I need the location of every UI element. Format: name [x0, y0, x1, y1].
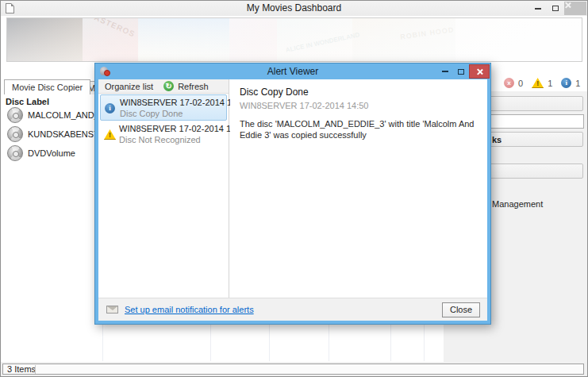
warning-count: 1 — [548, 79, 552, 88]
alert-list-toolbar: Organize list ↻ Refresh — [98, 79, 229, 94]
maximize-button[interactable] — [547, 2, 564, 15]
tasks-label-fragment: ks — [492, 135, 502, 144]
window-controls — [529, 1, 586, 16]
alert-source: WIN8SERVER 17-02-2014 14:50 — [119, 123, 224, 134]
dialog-titlebar: Alert Viewer — [95, 63, 490, 79]
dialog-maximize-button[interactable] — [453, 64, 469, 79]
email-notification-link[interactable]: Set up email notification for alerts — [125, 305, 254, 314]
disc-icon — [7, 145, 23, 161]
close-icon — [476, 68, 483, 75]
tab-movie-disc-copier[interactable]: Movie Disc Copier — [4, 79, 90, 94]
alert-detail-message: The disc 'MALCOLM_AND_EDDIE_3' with titl… — [240, 118, 478, 140]
dialog-footer: Set up email notification for alerts Clo… — [98, 298, 487, 321]
dialog-close-button[interactable] — [469, 64, 490, 79]
alert-detail-source: WIN8SERVER 17-02-2014 14:50 — [240, 101, 478, 110]
status-bar: 3 Items — [1, 362, 587, 376]
disc-icon — [7, 107, 23, 123]
item-count-text: 3 Items — [7, 364, 36, 374]
alert-count-indicators[interactable]: x 0 ! 1 i 1 — [504, 78, 585, 88]
error-icon: x — [504, 78, 514, 88]
alert-type: Disc Copy Done — [120, 108, 223, 119]
alert-list-pane: Organize list ↻ Refresh i WIN8SERVER 17-… — [98, 79, 229, 298]
minimize-icon — [535, 8, 541, 10]
disc-row[interactable]: DVDVolume — [7, 144, 75, 162]
alert-source: WIN8SERVER 17-02-2014 14:50 — [120, 97, 223, 108]
refresh-icon: ↻ — [163, 81, 174, 91]
dialog-title: Alert Viewer — [95, 63, 490, 79]
info-icon: i — [561, 78, 571, 88]
dialog-window-controls — [437, 64, 490, 79]
warning-icon: ! — [532, 78, 544, 88]
disc-label: DVDVolume — [28, 148, 75, 158]
warning-icon: ! — [104, 129, 116, 140]
close-button[interactable] — [564, 2, 586, 15]
info-count: 1 — [575, 79, 580, 88]
alert-viewer-dialog: Alert Viewer Organize list ↻ Refresh i W… — [94, 63, 491, 325]
movie-poster-banner: ASTEROS ALICE IN WONDERLAND ROBIN HOOD — [6, 17, 582, 62]
email-icon — [106, 306, 118, 314]
tab-label: Movie Disc Copier — [12, 83, 83, 92]
minimize-icon — [442, 71, 448, 72]
minimize-button[interactable] — [529, 2, 547, 15]
alert-detail-title: Disc Copy Done — [240, 87, 478, 98]
banner-fade-overlay — [7, 18, 582, 62]
disc-icon — [7, 126, 23, 142]
alert-list-item[interactable]: ! WIN8SERVER 17-02-2014 14:50 Disc Not R… — [100, 121, 227, 148]
alert-detail-pane: Disc Copy Done WIN8SERVER 17-02-2014 14:… — [230, 79, 487, 298]
management-label: Management — [492, 199, 543, 209]
info-icon: i — [105, 103, 115, 113]
status-box: 3 Items — [2, 364, 584, 375]
close-dialog-button[interactable]: Close — [442, 302, 480, 317]
status-separator — [35, 365, 36, 374]
alert-type: Disc Not Recognized — [119, 134, 224, 145]
dialog-minimize-button[interactable] — [437, 64, 453, 79]
organize-list-button[interactable]: Organize list — [105, 82, 153, 91]
dialog-content: Organize list ↻ Refresh i WIN8SERVER 17-… — [98, 79, 487, 321]
maximize-icon — [458, 69, 464, 75]
refresh-button[interactable]: Refresh — [178, 82, 209, 91]
main-window: My Movies Dashboard ASTEROS ALICE IN WON… — [0, 0, 588, 377]
main-titlebar: My Movies Dashboard — [1, 1, 587, 16]
alert-list-item[interactable]: i WIN8SERVER 17-02-2014 14:50 Disc Copy … — [100, 94, 227, 121]
error-count: 0 — [518, 79, 523, 88]
window-title: My Movies Dashboard — [1, 1, 587, 16]
maximize-icon — [552, 6, 559, 11]
